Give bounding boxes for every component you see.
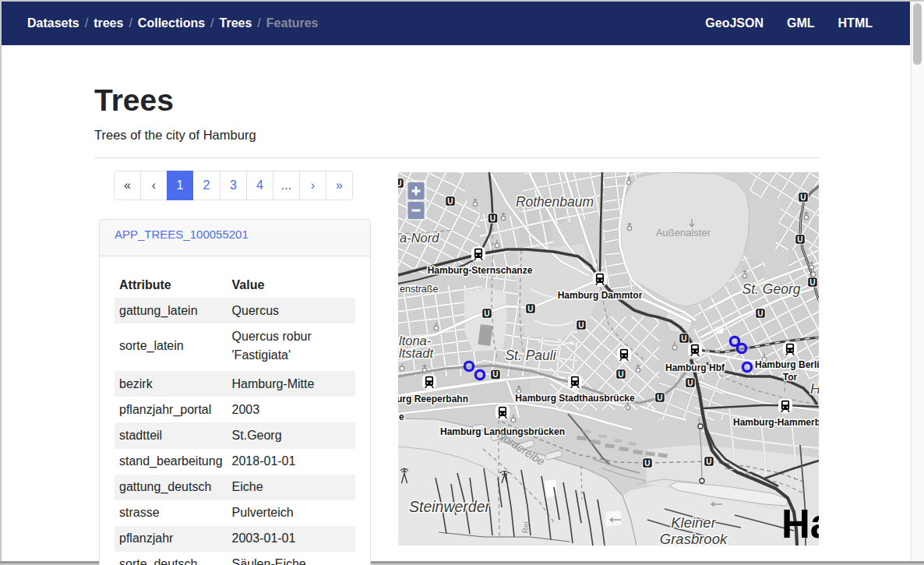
svg-text:Hamburg-Hammerb: Hamburg-Hammerb — [733, 417, 819, 428]
svg-text:U: U — [447, 197, 453, 206]
svg-text:St. Georg: St. Georg — [742, 281, 801, 297]
svg-text:U: U — [492, 370, 498, 379]
svg-text:enstraße: enstraße — [400, 284, 438, 295]
svg-text:Steinwerder: Steinwerder — [409, 498, 492, 515]
svg-text:U: U — [657, 394, 662, 402]
svg-text:Grasbrook: Grasbrook — [660, 531, 728, 546]
svg-text:U: U — [681, 334, 686, 343]
svg-text:Hamburg Hbf: Hamburg Hbf — [665, 362, 725, 373]
svg-text:e: e — [399, 411, 404, 422]
svg-text:St. Pauli: St. Pauli — [505, 348, 556, 363]
svg-text:a-Nord: a-Nord — [400, 231, 439, 245]
svg-text:U: U — [490, 214, 496, 223]
svg-text:U: U — [706, 457, 711, 466]
svg-text:Hamburg Dammtor: Hamburg Dammtor — [558, 290, 643, 301]
svg-text:U: U — [797, 235, 802, 244]
svg-text:U: U — [618, 370, 623, 379]
svg-text:U: U — [398, 179, 402, 188]
svg-text:Rothenbaum: Rothenbaum — [516, 194, 594, 210]
svg-text:Außenalster: Außenalster — [656, 227, 711, 238]
svg-text:Hamburg Berlin: Hamburg Berlin — [755, 359, 819, 370]
svg-text:Kleiner: Kleiner — [671, 514, 716, 531]
svg-text:U: U — [527, 305, 533, 313]
svg-text:Tor: Tor — [783, 372, 798, 383]
svg-text:U: U — [800, 193, 806, 202]
svg-text:U: U — [578, 321, 584, 330]
svg-text:ltstadt: ltstadt — [399, 346, 434, 360]
svg-text:mburg Reeperbahn: mburg Reeperbahn — [398, 394, 468, 404]
svg-text:U: U — [809, 278, 815, 287]
svg-text:U: U — [644, 459, 650, 468]
svg-text:Rei: Rei — [520, 521, 530, 534]
svg-text:Hamburg-Sternschanze: Hamburg-Sternschanze — [428, 265, 533, 276]
svg-text:U: U — [484, 309, 489, 318]
svg-text:Ha: Ha — [810, 381, 819, 397]
svg-text:U: U — [757, 309, 763, 318]
svg-text:Ha: Ha — [781, 502, 819, 546]
svg-text:U: U — [687, 379, 693, 387]
svg-text:Hamburg Stadthausbrücke: Hamburg Stadthausbrücke — [515, 393, 635, 404]
